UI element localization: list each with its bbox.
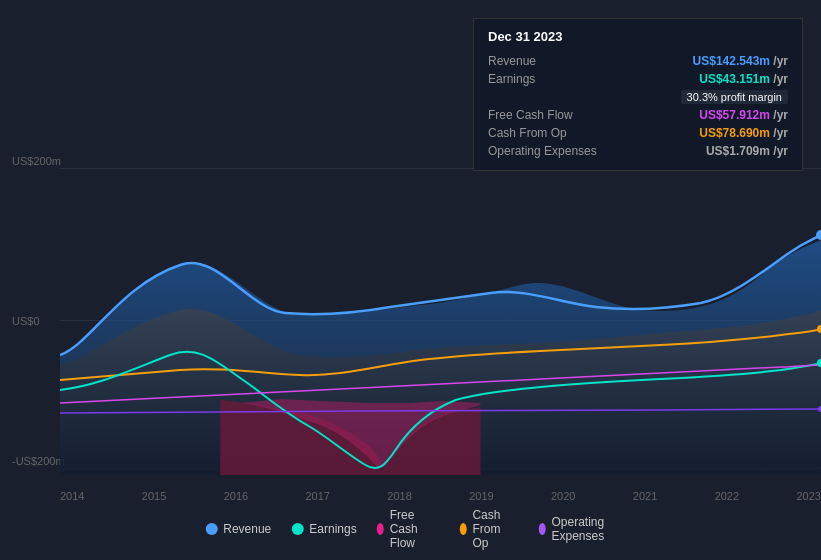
cashop-suffix: /yr bbox=[773, 126, 788, 140]
fcf-suffix: /yr bbox=[773, 108, 788, 122]
legend-cashop[interactable]: Cash From Op bbox=[459, 508, 518, 550]
tooltip-row-opex: Operating Expenses US$1.709m /yr bbox=[488, 142, 788, 160]
legend-label-opex: Operating Expenses bbox=[551, 515, 615, 543]
fcf-label: Free Cash Flow bbox=[488, 108, 608, 122]
y-axis-neg200: -US$200m bbox=[12, 455, 65, 467]
tooltip-row-cashop: Cash From Op US$78.690m /yr bbox=[488, 124, 788, 142]
tooltip-row-earnings: Earnings US$43.151m /yr bbox=[488, 70, 788, 88]
x-label-2019: 2019 bbox=[469, 490, 493, 502]
revenue-suffix: /yr bbox=[773, 54, 788, 68]
tooltip-panel: Dec 31 2023 Revenue US$142.543m /yr Earn… bbox=[473, 18, 803, 171]
y-axis-0: US$0 bbox=[12, 315, 40, 327]
chart-svg bbox=[60, 155, 821, 475]
opex-label: Operating Expenses bbox=[488, 144, 608, 158]
legend-label-revenue: Revenue bbox=[223, 522, 271, 536]
legend-opex[interactable]: Operating Expenses bbox=[538, 515, 615, 543]
revenue-label: Revenue bbox=[488, 54, 608, 68]
tooltip-date: Dec 31 2023 bbox=[488, 29, 788, 44]
earnings-value: US$43.151m bbox=[699, 72, 770, 86]
x-label-2015: 2015 bbox=[142, 490, 166, 502]
x-axis-labels: 2014 2015 2016 2017 2018 2019 2020 2021 … bbox=[60, 490, 821, 502]
legend-label-cashop: Cash From Op bbox=[472, 508, 518, 550]
x-label-2023: 2023 bbox=[796, 490, 820, 502]
revenue-value: US$142.543m bbox=[693, 54, 770, 68]
legend-dot-fcf bbox=[377, 523, 384, 535]
profit-margin-badge: 30.3% profit margin bbox=[681, 90, 788, 104]
legend-dot-earnings bbox=[291, 523, 303, 535]
tooltip-row-margin: 30.3% profit margin bbox=[488, 88, 788, 106]
tooltip-row-fcf: Free Cash Flow US$57.912m /yr bbox=[488, 106, 788, 124]
y-axis-200: US$200m bbox=[12, 155, 61, 167]
x-label-2021: 2021 bbox=[633, 490, 657, 502]
chart-legend: Revenue Earnings Free Cash Flow Cash Fro… bbox=[205, 508, 616, 550]
x-label-2016: 2016 bbox=[224, 490, 248, 502]
fcf-value: US$57.912m bbox=[699, 108, 770, 122]
opex-suffix: /yr bbox=[773, 144, 788, 158]
cashop-value: US$78.690m bbox=[699, 126, 770, 140]
x-label-2017: 2017 bbox=[305, 490, 329, 502]
legend-dot-revenue bbox=[205, 523, 217, 535]
legend-dot-opex bbox=[538, 523, 545, 535]
tooltip-row-revenue: Revenue US$142.543m /yr bbox=[488, 52, 788, 70]
cashop-label: Cash From Op bbox=[488, 126, 608, 140]
legend-fcf[interactable]: Free Cash Flow bbox=[377, 508, 440, 550]
x-label-2020: 2020 bbox=[551, 490, 575, 502]
legend-label-fcf: Free Cash Flow bbox=[390, 508, 440, 550]
x-label-2014: 2014 bbox=[60, 490, 84, 502]
legend-label-earnings: Earnings bbox=[309, 522, 356, 536]
earnings-label: Earnings bbox=[488, 72, 608, 86]
opex-value: US$1.709m bbox=[706, 144, 770, 158]
x-label-2018: 2018 bbox=[387, 490, 411, 502]
legend-dot-cashop bbox=[459, 523, 466, 535]
earnings-suffix: /yr bbox=[773, 72, 788, 86]
x-label-2022: 2022 bbox=[715, 490, 739, 502]
legend-revenue[interactable]: Revenue bbox=[205, 522, 271, 536]
legend-earnings[interactable]: Earnings bbox=[291, 522, 356, 536]
